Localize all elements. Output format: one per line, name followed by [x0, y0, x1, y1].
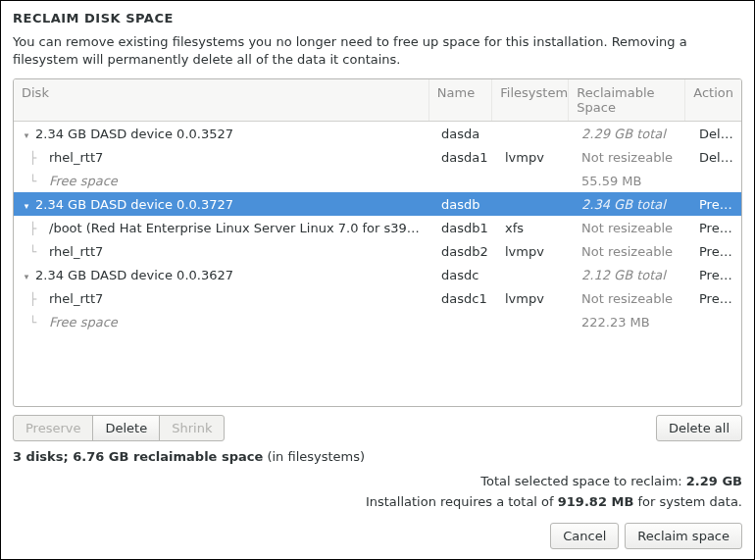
tree-branch-icon: ├ — [29, 292, 43, 306]
reclaim-space-button[interactable]: Reclaim space — [625, 523, 742, 549]
cell-action — [691, 320, 741, 324]
cancel-button[interactable]: Cancel — [550, 523, 619, 549]
cell-name: dasda — [433, 125, 497, 143]
table-row[interactable]: └rhel_rtt7dasdb2lvmpvNot resizeablePrese… — [14, 239, 741, 263]
disk-summary: 3 disks; 6.76 GB reclaimable space (in f… — [13, 449, 742, 464]
disk-label: 2.34 GB DASD device 0.0.3527 — [35, 127, 233, 141]
requires-suffix: for system data. — [633, 494, 742, 509]
cell-name: dasda1 — [433, 148, 497, 167]
col-header-action[interactable]: Action — [685, 79, 741, 121]
disk-label: 2.34 GB DASD device 0.0.3627 — [35, 268, 233, 282]
cell-action[interactable]: Delete — [691, 125, 741, 143]
cell-disk: └Free space — [14, 313, 433, 331]
preserve-button[interactable]: Preserve — [13, 415, 93, 441]
cell-action[interactable]: Preserve — [691, 266, 741, 284]
expander-icon[interactable]: ▾ — [22, 201, 31, 211]
table-body: ▾2.34 GB DASD device 0.0.3527dasda2.29 G… — [14, 122, 741, 406]
tree-branch-icon: ├ — [29, 222, 43, 235]
shrink-button[interactable]: Shrink — [159, 415, 225, 441]
total-selected-label: Total selected space to reclaim: — [480, 474, 686, 488]
cell-reclaimable: 2.29 GB total — [574, 125, 691, 143]
cell-filesystem — [497, 131, 574, 135]
table-row[interactable]: ▾2.34 GB DASD device 0.0.3727dasdb2.34 G… — [14, 192, 741, 216]
table-header: Disk Name Filesystem Reclaimable Space A… — [14, 79, 741, 122]
cell-filesystem: xfs — [497, 219, 574, 237]
disk-label: Free space — [49, 315, 118, 330]
cell-action — [691, 178, 741, 182]
summary-bold: 3 disks; 6.76 GB reclaimable space — [13, 449, 263, 464]
cell-name: dasdb2 — [433, 242, 497, 261]
disk-label: rhel_rtt7 — [49, 150, 103, 165]
install-requires-line: Installation requires a total of 919.82 … — [13, 494, 742, 509]
cell-name: dasdb — [433, 195, 497, 214]
cell-reclaimable: Not resizeable — [574, 148, 691, 167]
disk-label: Free space — [49, 174, 118, 188]
cell-action[interactable]: Preserve — [691, 242, 741, 261]
cell-disk: └rhel_rtt7 — [14, 242, 433, 261]
cell-reclaimable: Not resizeable — [574, 219, 691, 237]
table-row[interactable]: ▾2.34 GB DASD device 0.0.3527dasda2.29 G… — [14, 122, 741, 145]
col-header-disk[interactable]: Disk — [14, 79, 429, 121]
delete-button[interactable]: Delete — [92, 415, 160, 441]
tree-branch-icon: └ — [29, 316, 43, 330]
cell-action[interactable]: Preserve — [691, 219, 741, 237]
requires-value: 919.82 MB — [558, 494, 634, 509]
cell-reclaimable: 2.12 GB total — [574, 266, 691, 284]
total-selected-line: Total selected space to reclaim: 2.29 GB — [13, 474, 742, 488]
cell-disk: └Free space — [14, 172, 433, 190]
cell-disk: ▾2.34 GB DASD device 0.0.3727 — [14, 195, 433, 214]
disk-label: rhel_rtt7 — [49, 244, 103, 259]
cell-filesystem — [497, 320, 574, 324]
cell-action[interactable]: Preserve — [691, 195, 741, 214]
cell-name: dasdc1 — [433, 289, 497, 308]
cell-filesystem: lvmpv — [497, 148, 574, 167]
dialog-description: You can remove existing filesystems you … — [13, 33, 742, 69]
table-row[interactable]: ├rhel_rtt7dasda1lvmpvNot resizeableDelet… — [14, 145, 741, 169]
cell-filesystem: lvmpv — [497, 242, 574, 261]
delete-all-button[interactable]: Delete all — [656, 415, 742, 441]
dialog-title: RECLAIM DISK SPACE — [13, 11, 742, 25]
col-header-reclaimable[interactable]: Reclaimable Space — [569, 79, 685, 121]
action-button-group: Preserve Delete Shrink — [13, 415, 225, 441]
table-row[interactable]: └Free space55.59 MB — [14, 169, 741, 192]
table-row[interactable]: └Free space222.23 MB — [14, 310, 741, 333]
cell-disk: ▾2.34 GB DASD device 0.0.3627 — [14, 266, 433, 284]
disk-label: rhel_rtt7 — [49, 291, 103, 306]
total-selected-value: 2.29 GB — [686, 474, 742, 488]
cell-name: dasdb1 — [433, 219, 497, 237]
cell-reclaimable: 55.59 MB — [574, 172, 691, 190]
cell-filesystem — [497, 273, 574, 277]
table-row[interactable]: ├/boot (Red Hat Enterprise Linux Server … — [14, 216, 741, 239]
disk-label: 2.34 GB DASD device 0.0.3727 — [35, 197, 233, 212]
expander-icon[interactable]: ▾ — [22, 272, 31, 281]
disk-table: Disk Name Filesystem Reclaimable Space A… — [13, 78, 742, 407]
tree-branch-icon: └ — [29, 175, 43, 188]
col-header-name[interactable]: Name — [429, 79, 493, 121]
cell-action[interactable]: Delete — [691, 148, 741, 167]
cell-reclaimable: Not resizeable — [574, 289, 691, 308]
expander-icon[interactable]: ▾ — [22, 130, 31, 140]
tree-branch-icon: └ — [29, 245, 43, 259]
cell-name: dasdc — [433, 266, 497, 284]
cell-disk: ▾2.34 GB DASD device 0.0.3527 — [14, 125, 433, 143]
tree-branch-icon: ├ — [29, 151, 43, 165]
cell-disk: ├rhel_rtt7 — [14, 289, 433, 308]
cell-reclaimable: 222.23 MB — [574, 313, 691, 331]
disk-label: /boot (Red Hat Enterprise Linux Server L… — [49, 221, 428, 235]
cell-disk: ├/boot (Red Hat Enterprise Linux Server … — [14, 219, 433, 237]
cell-filesystem — [497, 178, 574, 182]
table-row[interactable]: ▾2.34 GB DASD device 0.0.3627dasdc2.12 G… — [14, 263, 741, 286]
cell-name — [433, 178, 497, 182]
col-header-filesystem[interactable]: Filesystem — [492, 79, 569, 121]
cell-disk: ├rhel_rtt7 — [14, 148, 433, 167]
cell-action[interactable]: Preserve — [691, 289, 741, 308]
cell-filesystem: lvmpv — [497, 289, 574, 308]
cell-reclaimable: 2.34 GB total — [574, 195, 691, 214]
cell-filesystem — [497, 202, 574, 206]
cell-name — [433, 320, 497, 324]
requires-prefix: Installation requires a total of — [366, 494, 558, 509]
cell-reclaimable: Not resizeable — [574, 242, 691, 261]
summary-suffix: (in filesystems) — [263, 449, 365, 464]
table-row[interactable]: ├rhel_rtt7dasdc1lvmpvNot resizeablePrese… — [14, 286, 741, 310]
